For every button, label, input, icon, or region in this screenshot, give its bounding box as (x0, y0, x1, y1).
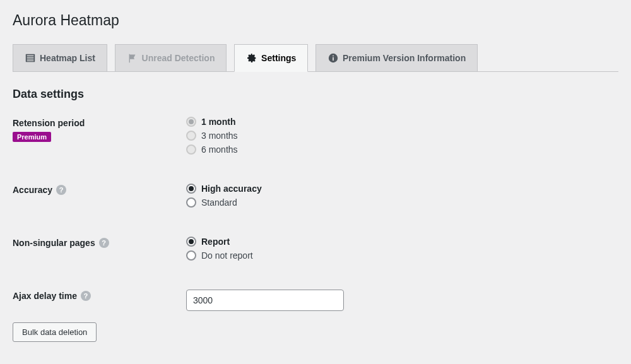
tab-heatmap-list[interactable]: Heatmap List (13, 44, 107, 72)
page-title: Aurora Heatmap (13, 6, 618, 32)
flag-icon (127, 52, 138, 64)
svg-rect-6 (333, 57, 334, 61)
label-retension-period: Retension period (13, 118, 85, 128)
radio-accuracy-high[interactable] (186, 184, 196, 194)
radio-label: 6 months (201, 144, 238, 155)
radio-label: High accuracy (201, 184, 262, 194)
info-icon (327, 52, 339, 64)
label-nonsingular: Non-singular pages ? (13, 238, 109, 248)
radio-label: 3 months (201, 131, 238, 141)
label-ajax-delay: Ajax delay time ? (13, 291, 91, 301)
help-icon[interactable]: ? (56, 185, 66, 195)
radio-accuracy-standard[interactable] (186, 197, 196, 208)
radio-label: Standard (201, 197, 237, 208)
radio-retension-6months (186, 144, 196, 155)
svg-rect-2 (27, 57, 34, 57)
radio-label: Report (201, 237, 230, 247)
svg-rect-3 (27, 59, 34, 59)
tab-bar: Heatmap List Unread Detection Settings P… (13, 44, 618, 72)
radio-label: Do not report (201, 250, 253, 261)
label-accuracy: Accuracy ? (13, 185, 66, 195)
help-icon[interactable]: ? (81, 291, 91, 301)
premium-badge: Premium (13, 132, 51, 142)
tab-label: Heatmap List (40, 53, 95, 63)
radio-nonsingular-donotreport[interactable] (186, 250, 196, 261)
svg-rect-4 (27, 61, 34, 61)
list-icon (25, 52, 36, 64)
svg-rect-1 (27, 56, 34, 56)
tab-premium-info[interactable]: Premium Version Information (316, 44, 478, 72)
section-title: Data settings (13, 88, 618, 101)
gear-icon (246, 52, 257, 64)
tab-label: Unread Detection (142, 53, 215, 63)
tab-label: Premium Version Information (343, 53, 466, 63)
help-icon[interactable]: ? (99, 238, 109, 248)
tab-settings[interactable]: Settings (234, 44, 308, 72)
radio-retension-1month (186, 117, 196, 127)
radio-label: 1 month (201, 117, 235, 127)
radio-nonsingular-report[interactable] (186, 237, 196, 247)
tab-unread-detection[interactable]: Unread Detection (115, 44, 227, 72)
bulk-data-deletion-button[interactable]: Bulk data deletion (13, 322, 97, 342)
ajax-delay-input[interactable] (186, 290, 344, 311)
radio-retension-3months (186, 131, 196, 141)
tab-label: Settings (261, 53, 296, 63)
svg-rect-7 (333, 56, 334, 57)
